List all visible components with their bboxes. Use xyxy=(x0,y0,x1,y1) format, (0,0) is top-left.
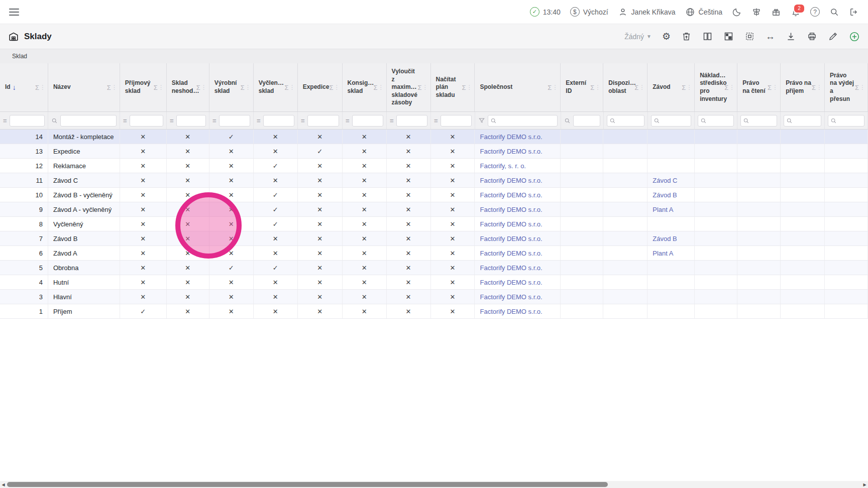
column-menu-icon[interactable]: ⋮ xyxy=(772,84,778,91)
aggregate-sigma-icon[interactable]: Σ xyxy=(682,84,686,91)
filter-input-id[interactable] xyxy=(10,115,45,127)
column-header-nazev[interactable]: NázevΣ⋮ xyxy=(48,63,120,111)
user-menu[interactable]: Janek Křikava xyxy=(618,7,676,17)
aggregate-sigma-icon[interactable]: Σ xyxy=(462,84,466,91)
filter-input-zavod[interactable] xyxy=(662,117,689,124)
fit-width-icon[interactable]: ↔ xyxy=(766,32,775,41)
equals-filter-icon[interactable]: = xyxy=(346,117,350,125)
download-icon[interactable] xyxy=(786,31,796,42)
aggregate-sigma-icon[interactable]: Σ xyxy=(548,84,552,91)
table-row[interactable]: 13Expedice✕✕✕✕✓✕✕✕Factorify DEMO s.r.o. xyxy=(0,144,868,159)
table-row[interactable]: 1Příjem✓✕✕✕✕✕✕✕Factorify DEMO s.r.o. xyxy=(0,304,868,319)
column-header-dispozicni_oblast[interactable]: Dispozi… oblastΣ⋮ xyxy=(603,63,647,111)
column-menu-icon[interactable]: ⋮ xyxy=(40,84,46,91)
column-header-zavod[interactable]: ZávodΣ⋮ xyxy=(647,63,695,111)
print-icon[interactable] xyxy=(807,31,817,42)
filter-searchbox-zavod[interactable] xyxy=(651,115,692,127)
tab-sklad[interactable]: Sklad xyxy=(9,52,30,61)
funnel-filter-icon[interactable] xyxy=(478,117,485,124)
equals-filter-icon[interactable]: = xyxy=(301,117,305,125)
aggregate-sigma-icon[interactable]: Σ xyxy=(417,84,421,91)
trash-restore-icon[interactable] xyxy=(681,31,692,42)
filter-input-expedice[interactable] xyxy=(307,115,339,127)
column-menu-icon[interactable]: ⋮ xyxy=(112,84,118,91)
equals-filter-icon[interactable]: = xyxy=(3,117,7,125)
aggregate-sigma-icon[interactable]: Σ xyxy=(374,84,378,91)
column-header-prijmovy_sklad[interactable]: Příjmový skladΣ⋮ xyxy=(120,63,167,111)
table-row[interactable]: 11Závod C✕✕✕✕✕✕✕✕Factorify DEMO s.r.o.Zá… xyxy=(0,173,868,188)
horizontal-scrollbar[interactable]: ◀ ▶ xyxy=(0,481,868,488)
column-header-konsig_sklad[interactable]: Konsig… skladΣ⋮ xyxy=(343,63,387,111)
scrollbar-thumb[interactable] xyxy=(7,482,608,487)
column-menu-icon[interactable]: ⋮ xyxy=(639,84,645,91)
column-menu-icon[interactable]: ⋮ xyxy=(595,84,601,91)
table-row[interactable]: 3Hlavní✕✕✕✕✕✕✕✕Factorify DEMO s.r.o. xyxy=(0,290,868,304)
column-header-vyrobni_sklad[interactable]: Výrobní skladΣ⋮ xyxy=(209,63,254,111)
column-menu-icon[interactable]: ⋮ xyxy=(552,84,558,91)
equals-filter-icon[interactable]: = xyxy=(212,117,216,125)
cell-spolecnost[interactable]: Factorify DEMO s.r.o. xyxy=(475,188,561,202)
column-menu-icon[interactable]: ⋮ xyxy=(729,84,735,91)
scroll-left-icon[interactable]: ◀ xyxy=(0,481,7,488)
filter-searchbox-pravo_prijem[interactable] xyxy=(784,115,821,127)
table-row[interactable]: 6Závod A✕✕✕✕✕✕✕✕Factorify DEMO s.r.o.Pla… xyxy=(0,246,868,261)
column-menu-icon[interactable]: ⋮ xyxy=(334,84,340,91)
column-menu-icon[interactable]: ⋮ xyxy=(289,84,295,91)
add-button[interactable] xyxy=(849,31,860,42)
sort-desc-icon[interactable]: ↓ xyxy=(13,83,16,91)
scroll-right-icon[interactable]: ▶ xyxy=(861,481,868,488)
search-icon[interactable] xyxy=(51,117,58,124)
aggregate-sigma-icon[interactable]: Σ xyxy=(634,84,638,91)
filter-input-nazev[interactable] xyxy=(60,115,117,127)
cell-spolecnost[interactable]: Factorify, s. r. o. xyxy=(475,159,561,173)
filter-input-pravo_cteni[interactable] xyxy=(751,117,775,124)
filter-input-spolecnost[interactable] xyxy=(499,117,555,124)
equals-filter-icon[interactable]: = xyxy=(170,117,174,125)
filter-searchbox-spolecnost[interactable] xyxy=(488,115,558,127)
filter-input-vyloucit_z_maxim[interactable] xyxy=(396,115,427,127)
cell-zavod[interactable]: Plant A xyxy=(647,202,695,216)
aggregate-sigma-icon[interactable]: Σ xyxy=(724,84,728,91)
filter-input-pravo_prijem[interactable] xyxy=(795,117,819,124)
cell-spolecnost[interactable]: Factorify DEMO s.r.o. xyxy=(475,290,561,304)
aggregate-sigma-icon[interactable]: Σ xyxy=(154,84,158,91)
filter-input-prijmovy_sklad[interactable] xyxy=(130,115,163,127)
help-icon[interactable]: ? xyxy=(810,7,820,17)
aggregate-sigma-icon[interactable]: Σ xyxy=(107,84,111,91)
notifications-button[interactable]: 2 xyxy=(791,7,801,17)
aggregate-sigma-icon[interactable]: Σ xyxy=(768,84,772,91)
column-header-nacitat_plan[interactable]: Načítat plán skladuΣ⋮ xyxy=(431,63,475,111)
gifts-icon[interactable] xyxy=(771,7,781,17)
cell-zavod[interactable]: Závod B xyxy=(647,188,695,202)
filter-searchbox-pravo_vydej[interactable] xyxy=(828,115,864,127)
equals-filter-icon[interactable]: = xyxy=(434,117,438,125)
dark-mode-icon[interactable] xyxy=(732,7,742,17)
filter-input-vyrobni_sklad[interactable] xyxy=(219,115,250,127)
column-menu-icon[interactable]: ⋮ xyxy=(686,84,692,91)
filter-input-pravo_vydej[interactable] xyxy=(839,117,862,124)
logout-icon[interactable] xyxy=(849,7,859,17)
cell-spolecnost[interactable]: Factorify DEMO s.r.o. xyxy=(475,304,561,318)
table-row[interactable]: 14Montáž - kompletace✕✕✓✕✕✕✕✕Factorify D… xyxy=(0,130,868,144)
selection-frame-icon[interactable] xyxy=(744,31,755,42)
edit-icon[interactable] xyxy=(828,31,838,42)
equals-filter-icon[interactable]: = xyxy=(123,117,127,125)
cell-spolecnost[interactable]: Factorify DEMO s.r.o. xyxy=(475,246,561,260)
aggregate-sigma-icon[interactable]: Σ xyxy=(35,84,39,91)
cell-spolecnost[interactable]: Factorify DEMO s.r.o. xyxy=(475,144,561,158)
cell-spolecnost[interactable]: Factorify DEMO s.r.o. xyxy=(475,275,561,289)
column-header-nakladove_stredisko[interactable]: Náklad… středisko pro inventuryΣ⋮ xyxy=(695,63,737,111)
column-menu-icon[interactable]: ⋮ xyxy=(816,84,822,91)
filter-searchbox-nakladove_stredisko[interactable] xyxy=(698,115,734,127)
column-menu-icon[interactable]: ⋮ xyxy=(158,84,164,91)
filter-searchbox-pravo_cteni[interactable] xyxy=(740,115,777,127)
column-header-pravo_cteni[interactable]: Právo na čteníΣ⋮ xyxy=(737,63,781,111)
equals-filter-icon[interactable]: = xyxy=(257,117,261,125)
aggregate-sigma-icon[interactable]: Σ xyxy=(196,84,200,91)
column-header-externi_id[interactable]: Externí IDΣ⋮ xyxy=(561,63,603,111)
cell-spolecnost[interactable]: Factorify DEMO s.r.o. xyxy=(475,217,561,231)
cell-spolecnost[interactable]: Factorify DEMO s.r.o. xyxy=(475,261,561,275)
column-menu-icon[interactable]: ⋮ xyxy=(201,84,207,91)
filter-input-vyclen_sklad[interactable] xyxy=(263,115,294,127)
table-row[interactable]: 7Závod B✕✕✕✕✕✕✕✕Factorify DEMO s.r.o.Záv… xyxy=(0,231,868,246)
